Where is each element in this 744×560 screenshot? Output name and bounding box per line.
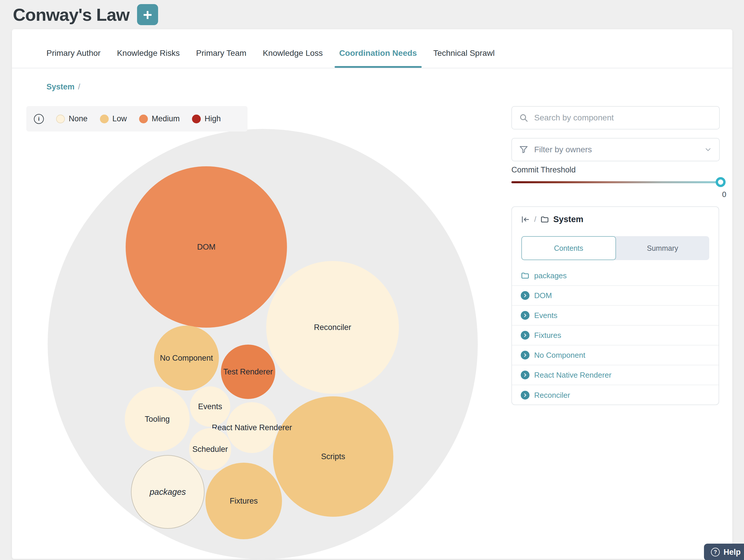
list-item-label: React Native Renderer [534, 371, 611, 380]
legend-label: Low [112, 114, 127, 123]
panel-contents-list: packages DOM Events Fixtures No Componen… [512, 266, 718, 405]
list-item-packages[interactable]: packages [512, 266, 718, 286]
bubble-label: Test Renderer [223, 367, 273, 376]
funnel-icon [519, 145, 528, 154]
legend-label: High [204, 114, 221, 123]
list-item-dom[interactable]: DOM [512, 286, 718, 306]
bubble-dom[interactable]: DOM [126, 166, 287, 328]
bubble-no-component[interactable]: No Component [154, 326, 219, 390]
commit-threshold-slider[interactable] [511, 177, 720, 187]
tab-bar: Primary Author Knowledge Risks Primary T… [46, 39, 495, 68]
bubble-label: Tooling [145, 415, 170, 424]
tab-coordination-needs[interactable]: Coordination Needs [339, 39, 417, 68]
legend-item-medium: Medium [139, 114, 180, 123]
folder-icon [540, 215, 549, 224]
component-icon [521, 291, 529, 300]
bubble-label: Scheduler [192, 445, 228, 454]
search-box [511, 106, 720, 129]
main-card: Primary Author Knowledge Risks Primary T… [12, 29, 732, 559]
component-icon [521, 371, 529, 379]
slider-track[interactable] [511, 181, 720, 183]
list-item-label: Fixtures [534, 331, 561, 340]
question-icon: ? [711, 548, 720, 557]
help-button[interactable]: ? Help [704, 544, 744, 560]
help-label: Help [723, 548, 741, 557]
bubble-reconciler[interactable]: Reconciler [266, 261, 399, 394]
component-icon [521, 331, 529, 340]
none-dot-icon [56, 115, 65, 123]
list-item-reconciler[interactable]: Reconciler [512, 385, 718, 405]
list-item-fixtures[interactable]: Fixtures [512, 326, 718, 345]
bubble-label: DOM [197, 242, 216, 252]
low-dot-icon [100, 115, 109, 123]
panel-header: / System [521, 215, 583, 224]
search-icon [519, 113, 528, 122]
legend-item-high: High [192, 114, 221, 123]
list-item-no-component[interactable]: No Component [512, 345, 718, 365]
slider-handle[interactable] [716, 177, 726, 187]
list-item-label: packages [534, 271, 567, 280]
legend-item-none: None [56, 114, 88, 123]
bubble-label: React Native Renderer [212, 423, 292, 432]
component-icon [521, 351, 529, 360]
medium-dot-icon [139, 115, 148, 123]
list-item-label: Events [534, 311, 558, 320]
chevron-down-icon [704, 146, 712, 154]
collapse-left-icon[interactable] [521, 215, 530, 224]
info-icon[interactable]: i [34, 114, 44, 124]
bubble-react-native-renderer[interactable]: React Native Renderer [226, 402, 277, 453]
app-header: Conway's Law + [13, 0, 158, 29]
filter-placeholder: Filter by owners [534, 145, 698, 154]
legend-item-low: Low [100, 114, 127, 123]
legend-label: Medium [152, 114, 180, 123]
commit-threshold-label: Commit Threshold [511, 165, 576, 175]
tab-primary-author[interactable]: Primary Author [46, 39, 101, 68]
filter-dropdown[interactable]: Filter by owners [511, 138, 720, 161]
system-panel: / System Contents Summary packages DOM E… [511, 207, 719, 405]
list-item-events[interactable]: Events [512, 306, 718, 326]
bubble-test-renderer[interactable]: Test Renderer [221, 345, 275, 399]
legend-label: None [69, 114, 88, 123]
bubble-fixtures[interactable]: Fixtures [206, 463, 282, 539]
bubble-scheduler[interactable]: Scheduler [189, 428, 231, 470]
tab-primary-team[interactable]: Primary Team [196, 39, 246, 68]
bubble-label: Events [198, 402, 222, 411]
panel-title: System [553, 215, 583, 224]
bubble-label: Scripts [321, 452, 345, 461]
tab-contents[interactable]: Contents [521, 236, 616, 260]
list-item-label: No Component [534, 351, 585, 360]
tab-knowledge-risks[interactable]: Knowledge Risks [117, 39, 180, 68]
panel-tab-toggle: Contents Summary [521, 236, 709, 260]
bubble-label: Fixtures [230, 496, 258, 506]
list-item-label: Reconciler [534, 391, 570, 400]
slider-value: 0 [722, 190, 726, 199]
bubble-tooling[interactable]: Tooling [125, 387, 190, 452]
folder-icon [521, 271, 529, 280]
add-button[interactable]: + [137, 4, 158, 25]
panel-breadcrumb-separator: / [534, 215, 536, 224]
bubble-events[interactable]: Events [190, 386, 230, 427]
bubble-scripts[interactable]: Scripts [273, 396, 393, 517]
tab-technical-sprawl[interactable]: Technical Sprawl [433, 39, 495, 68]
high-dot-icon [192, 115, 201, 123]
legend: i None Low Medium High [26, 106, 248, 132]
component-icon [521, 311, 529, 320]
tab-summary[interactable]: Summary [616, 236, 709, 260]
list-item-react-native-renderer[interactable]: React Native Renderer [512, 365, 718, 385]
list-item-label: DOM [534, 291, 552, 300]
bubble-label: Reconciler [314, 323, 351, 332]
plus-icon: + [143, 7, 152, 23]
search-input[interactable] [534, 113, 712, 122]
page-title: Conway's Law [13, 5, 129, 25]
bubble-label: packages [150, 487, 186, 497]
component-icon [521, 391, 529, 400]
bubble-packages[interactable]: packages [131, 455, 204, 529]
tab-knowledge-loss[interactable]: Knowledge Loss [263, 39, 323, 68]
bubble-label: No Component [160, 353, 213, 363]
